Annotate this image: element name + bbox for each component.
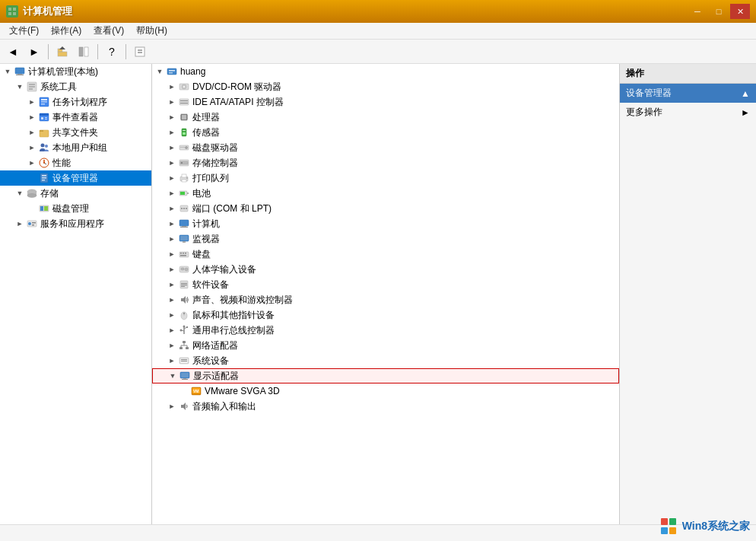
- device-software[interactable]: ► 软件设备: [152, 277, 619, 292]
- device-keyboard[interactable]: ► 键盘: [152, 247, 619, 262]
- right-panel-device-manager[interactable]: 设备管理器 ▲: [620, 84, 756, 103]
- show-hide-button[interactable]: [74, 43, 94, 61]
- watermark-text: Win8系统之家: [682, 520, 750, 533]
- device-cpu[interactable]: ► 处理器: [152, 110, 619, 125]
- device-dvd[interactable]: ► DVD/CD-ROM 驱动器: [152, 79, 619, 94]
- svg-rect-49: [32, 224, 34, 226]
- task-label: 任务计划程序: [52, 96, 107, 109]
- tree-local-users[interactable]: ► 本地用户和组: [0, 140, 151, 155]
- svg-rect-72: [180, 147, 185, 148]
- svg-point-100: [185, 268, 188, 271]
- svg-point-85: [183, 208, 185, 209]
- device-storage-ctrl[interactable]: ► 存储控制器: [152, 155, 619, 170]
- device-hid[interactable]: ► 人体学输入设备: [152, 262, 619, 277]
- menu-help[interactable]: 帮助(H): [130, 23, 173, 39]
- device-mouse[interactable]: ► 鼠标和其他指针设备: [152, 307, 619, 323]
- device-battery[interactable]: ► 电池: [152, 186, 619, 201]
- tree-event-viewer[interactable]: ► 事件查看器: [0, 110, 151, 125]
- vmware-icon: VM: [190, 385, 202, 397]
- vmware-expander: [178, 385, 190, 397]
- svg-point-35: [43, 162, 45, 164]
- perf-expander: ►: [26, 157, 38, 169]
- disk-mgmt-label: 磁盘管理: [52, 202, 89, 215]
- device-vmware-svga[interactable]: VM VMware SVGA 3D: [152, 383, 619, 399]
- keyboard-label: 键盘: [192, 248, 211, 261]
- tree-storage[interactable]: ▼ 存储: [0, 186, 151, 201]
- svg-rect-45: [44, 206, 48, 211]
- usb-expander: ►: [166, 324, 178, 336]
- svg-rect-117: [186, 347, 189, 349]
- svg-point-108: [183, 313, 185, 314]
- tree-system-tools[interactable]: ▼ 系统工具: [0, 79, 151, 94]
- tree-root[interactable]: ▼ 计算机管理(本地): [0, 64, 151, 79]
- device-hdd[interactable]: ► 磁盘驱动器: [152, 140, 619, 155]
- help-button[interactable]: ?: [102, 43, 122, 61]
- device-print[interactable]: ► 打印队列: [152, 170, 619, 186]
- svg-marker-133: [181, 403, 186, 410]
- app-icon: [6, 5, 18, 18]
- left-panel: ▼ 计算机管理(本地) ▼ 系统工具: [0, 64, 152, 524]
- svg-rect-26: [45, 117, 47, 118]
- device-sensor[interactable]: ► 传感器: [152, 125, 619, 140]
- svg-rect-20: [41, 99, 47, 100]
- device-usb[interactable]: ► 通用串行总线控制器: [152, 323, 619, 338]
- tree-disk-management[interactable]: 磁盘管理: [0, 201, 151, 216]
- device-root-huang[interactable]: ▼ huang: [152, 64, 619, 79]
- svg-rect-97: [180, 255, 186, 256]
- users-label: 本地用户和组: [52, 142, 107, 154]
- maximize-button[interactable]: □: [709, 4, 729, 19]
- hdd-label: 磁盘驱动器: [192, 142, 238, 154]
- network-label: 网络适配器: [192, 339, 238, 352]
- up-button[interactable]: [52, 43, 72, 61]
- tree-device-manager[interactable]: 设备管理器: [0, 170, 151, 186]
- device-network[interactable]: ► 网络适配器: [152, 338, 619, 353]
- huang-label: huang: [180, 66, 205, 77]
- display-adapter-label: 显示适配器: [193, 370, 239, 383]
- right-panel-more-actions[interactable]: 更多操作 ►: [620, 103, 756, 122]
- keyboard-icon: [178, 248, 190, 260]
- svg-rect-29: [40, 130, 43, 132]
- svg-point-84: [181, 208, 183, 209]
- battery-label: 电池: [192, 187, 211, 200]
- menu-file[interactable]: 文件(F): [3, 23, 45, 39]
- hdd-icon: [178, 142, 190, 154]
- svg-rect-24: [40, 113, 49, 116]
- svg-rect-99: [181, 268, 184, 270]
- device-audio[interactable]: ► 声音、视频和游戏控制器: [152, 292, 619, 307]
- battery-expander: ►: [166, 187, 178, 199]
- software-label: 软件设备: [192, 278, 229, 291]
- device-port[interactable]: ► 端口 (COM 和 LPT): [152, 201, 619, 216]
- device-system[interactable]: ► 系统设备: [152, 353, 619, 368]
- menu-action[interactable]: 操作(A): [45, 23, 87, 39]
- minimize-button[interactable]: ─: [688, 4, 707, 19]
- sensor-icon: [178, 126, 190, 138]
- svg-rect-102: [181, 283, 187, 284]
- tree-task-scheduler[interactable]: ► 任务计划程序: [0, 94, 151, 110]
- export-button[interactable]: [130, 43, 150, 61]
- monitor-expander: ►: [166, 233, 178, 245]
- device-monitor[interactable]: ► 监视器: [152, 231, 619, 247]
- mouse-icon: [178, 309, 190, 321]
- tree-services[interactable]: ► 服务和应用程序: [0, 216, 151, 231]
- svg-rect-95: [183, 253, 184, 254]
- back-button[interactable]: ◄: [3, 43, 23, 61]
- perf-icon: [38, 157, 50, 169]
- device-display-adapter[interactable]: ▼ 显示适配器: [152, 368, 619, 383]
- menu-view[interactable]: 查看(V): [87, 23, 130, 39]
- tree-shared-folders[interactable]: ► 共享文件夹: [0, 125, 151, 140]
- svg-point-79: [186, 177, 188, 179]
- forward-button[interactable]: ►: [24, 43, 44, 61]
- tree-performance[interactable]: ► 性能: [0, 155, 151, 170]
- sensor-expander: ►: [166, 126, 178, 138]
- chevron-up-icon: ▲: [741, 88, 750, 99]
- hid-icon: [178, 263, 190, 275]
- svg-rect-69: [183, 132, 186, 135]
- device-computer[interactable]: ► 计算机: [152, 216, 619, 231]
- close-button[interactable]: ✕: [730, 4, 750, 19]
- device-ide[interactable]: ► IDE ATA/ATAPI 控制器: [152, 94, 619, 110]
- device-audio-io[interactable]: ► 音频输入和输出: [152, 399, 619, 414]
- share-icon: [38, 126, 50, 138]
- svg-rect-82: [180, 192, 185, 195]
- svg-rect-9: [135, 47, 145, 56]
- battery-icon: [178, 187, 190, 199]
